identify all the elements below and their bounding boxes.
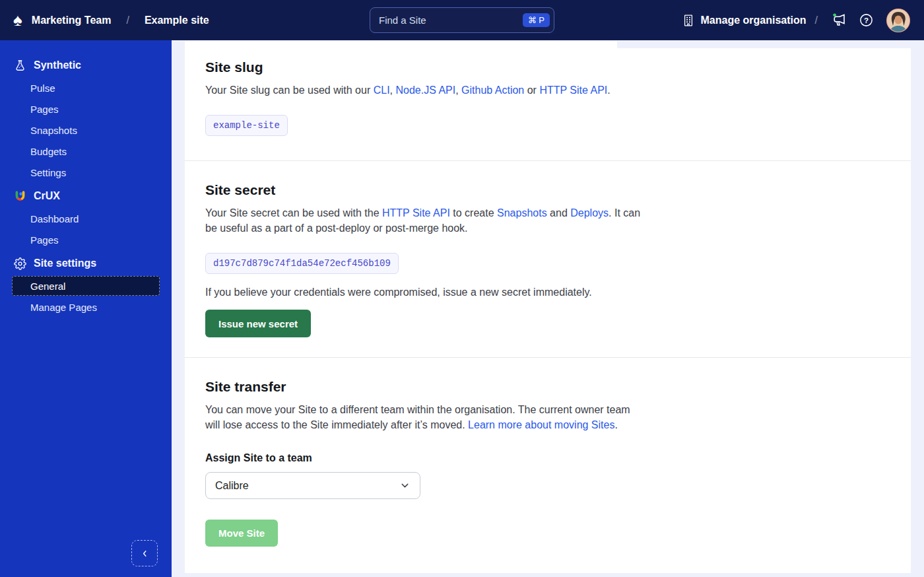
flask-icon <box>13 59 26 72</box>
breadcrumb-separator: / <box>126 15 129 26</box>
http-site-api-link[interactable]: HTTP Site API <box>539 85 607 96</box>
scroll-gutter <box>617 40 924 48</box>
chevron-left-icon <box>141 549 149 558</box>
main-content: Site slug Your Site slug can be used wit… <box>172 40 924 577</box>
sidebar-collapse-button[interactable] <box>131 540 158 566</box>
sidebar-item-pages[interactable]: Pages <box>0 98 172 119</box>
settings-card: Site slug Your Site slug can be used wit… <box>185 41 911 573</box>
text: . <box>607 85 610 96</box>
text: and <box>547 207 571 219</box>
sidebar-item-crux-pages[interactable]: Pages <box>0 229 172 250</box>
text: to create <box>450 207 497 219</box>
crux-logo-icon <box>13 189 26 203</box>
site-transfer-section: Site transfer You can move your Site to … <box>185 358 911 571</box>
site-transfer-title: Site transfer <box>205 379 884 395</box>
site-slug-description: Your Site slug can be used with our CLI,… <box>205 83 884 98</box>
site-secret-section: Site secret Your Site secret can be used… <box>185 161 911 358</box>
search-input[interactable] <box>379 15 523 26</box>
text: . <box>614 419 617 430</box>
building-icon <box>682 14 695 27</box>
team-select[interactable]: Calibre <box>205 472 420 499</box>
text: Your Site slug can be used with our <box>205 85 374 96</box>
sidebar-item-settings[interactable]: Settings <box>0 162 172 183</box>
find-site-search[interactable]: ⌘ P <box>370 7 554 33</box>
text: Your Site secret can be used with the <box>205 207 382 219</box>
text: or <box>524 85 539 96</box>
team-name[interactable]: Marketing Team <box>32 15 112 26</box>
sidebar-item-crux-dashboard[interactable]: Dashboard <box>0 208 172 229</box>
sidebar-section-label: Synthetic <box>34 59 81 71</box>
secret-warning-text: If you believe your credentials were com… <box>205 285 884 300</box>
user-avatar[interactable] <box>886 8 911 33</box>
top-navigation-bar: ♠ Marketing Team / Example site ⌘ P <box>0 0 924 40</box>
calibre-logo-spade-icon[interactable]: ♠ <box>13 11 22 28</box>
site-secret-title: Site secret <box>205 182 884 198</box>
move-site-button[interactable]: Move Site <box>205 520 278 547</box>
announcements-button[interactable] <box>830 11 849 30</box>
sidebar-item-crux[interactable]: CrUX <box>0 184 172 208</box>
header-actions: Manage organisation / ? <box>682 8 911 33</box>
breadcrumb: ♠ Marketing Team / Example site <box>13 12 209 29</box>
site-secret-description: Your Site secret can be used with the HT… <box>205 205 649 236</box>
sidebar: Synthetic Pulse Pages Snapshots Budgets … <box>0 40 172 577</box>
site-slug-value[interactable]: example-site <box>205 115 288 136</box>
github-action-link[interactable]: Github Action <box>461 85 524 96</box>
team-select-value: Calibre <box>215 480 249 492</box>
header-separator: / <box>815 15 818 26</box>
svg-text:?: ? <box>863 17 868 24</box>
moving-sites-link[interactable]: Learn more about moving Sites <box>468 419 614 430</box>
help-button[interactable]: ? <box>856 11 876 30</box>
assign-team-label: Assign Site to a team <box>205 452 884 464</box>
question-mark-icon: ? <box>859 13 874 28</box>
sidebar-item-snapshots[interactable]: Snapshots <box>0 119 172 141</box>
gear-icon <box>13 257 26 270</box>
sidebar-item-manage-pages[interactable]: Manage Pages <box>0 296 172 318</box>
site-slug-title: Site slug <box>205 59 884 75</box>
sidebar-item-synthetic[interactable]: Synthetic <box>0 53 172 77</box>
text: , <box>455 85 461 96</box>
manage-organisation-button[interactable]: Manage organisation <box>682 14 807 27</box>
issue-new-secret-button[interactable]: Issue new secret <box>205 310 311 337</box>
cli-link[interactable]: CLI <box>374 85 390 96</box>
http-site-api-link[interactable]: HTTP Site API <box>382 207 450 219</box>
megaphone-icon <box>832 13 847 28</box>
sidebar-section-label: CrUX <box>34 190 60 202</box>
sidebar-section-label: Site settings <box>34 257 96 269</box>
sidebar-item-budgets[interactable]: Budgets <box>0 141 172 162</box>
snapshots-link[interactable]: Snapshots <box>497 207 547 219</box>
sidebar-item-general[interactable]: General <box>12 276 160 296</box>
site-slug-section: Site slug Your Site slug can be used wit… <box>185 41 911 161</box>
site-transfer-description: You can move your Site to a different te… <box>205 402 641 432</box>
sidebar-item-pulse[interactable]: Pulse <box>0 77 172 98</box>
sidebar-item-site-settings[interactable]: Site settings <box>0 252 172 275</box>
site-name[interactable]: Example site <box>145 15 209 26</box>
chevron-down-icon <box>399 480 411 491</box>
keyboard-shortcut-badge: ⌘ P <box>523 13 550 27</box>
deploys-link[interactable]: Deploys <box>570 207 609 219</box>
manage-organisation-label: Manage organisation <box>701 15 807 26</box>
nodejs-api-link[interactable]: Node.JS API <box>395 85 455 96</box>
site-secret-value[interactable]: d197c7d879c74f1da54e72ecf456b109 <box>205 253 399 274</box>
